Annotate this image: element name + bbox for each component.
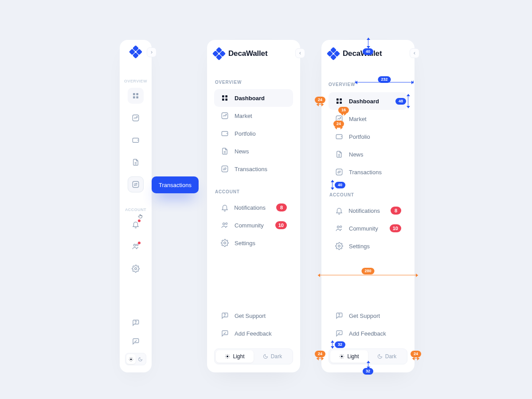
svg-rect-42 — [336, 102, 339, 104]
nav-item-transactions[interactable]: Transactions — [214, 160, 293, 178]
spec-marker-footer-gap-top: 32 — [332, 340, 345, 348]
spec-marker-icon-pad: 24 — [333, 121, 344, 128]
nav-item-settings[interactable]: Settings — [329, 237, 407, 255]
svg-point-9 — [135, 268, 137, 270]
theme-light-option[interactable]: Light — [216, 350, 254, 363]
nav-label: Transactions — [349, 169, 382, 176]
svg-line-17 — [132, 360, 133, 361]
nav-item-feedback[interactable] — [128, 333, 144, 349]
transactions-icon — [220, 164, 229, 173]
svg-point-31 — [227, 356, 228, 357]
spec-marker-toggle-pad-right: 24 — [411, 351, 421, 359]
nav-item-news[interactable]: News — [214, 142, 293, 160]
transactions-icon — [335, 168, 344, 176]
dashboard-icon — [220, 94, 229, 102]
nav-label: News — [349, 151, 364, 158]
nav-item-dashboard[interactable]: Dashboard — [214, 89, 293, 107]
sun-icon — [129, 357, 133, 362]
nav-label: Add Feedback — [235, 330, 272, 337]
sidebar-expand-toggle[interactable] — [147, 47, 156, 57]
nav-item-community[interactable]: Community 10 — [214, 216, 293, 234]
nav-item-feedback[interactable]: Add Feedback — [214, 325, 293, 342]
nav-item-transactions[interactable]: Transactions — [329, 163, 407, 181]
sidebar-collapse-toggle[interactable] — [295, 48, 305, 58]
nav-item-support[interactable]: Get Support — [329, 307, 407, 325]
badge-notifications: 8 — [276, 203, 287, 211]
spec-marker-row-width: 232 — [355, 82, 414, 82]
nav-item-feedback[interactable]: Add Feedback — [329, 325, 407, 342]
svg-point-29 — [224, 242, 226, 244]
nav-item-community[interactable] — [128, 239, 144, 254]
svg-rect-22 — [222, 98, 224, 101]
svg-rect-46 — [336, 169, 342, 175]
news-icon — [335, 150, 344, 159]
theme-dark-option[interactable] — [136, 354, 145, 364]
spec-marker-top-gap: 40 — [363, 38, 373, 55]
svg-line-18 — [129, 360, 130, 361]
svg-point-47 — [337, 226, 340, 228]
nav-item-support[interactable] — [128, 315, 144, 331]
nav-item-dashboard[interactable] — [128, 88, 144, 104]
theme-toggle[interactable] — [125, 353, 146, 365]
nav-item-market[interactable]: Market — [214, 107, 293, 125]
nav-item-support[interactable]: Get Support — [214, 307, 293, 325]
chevron-right-icon — [149, 50, 154, 55]
bell-icon — [220, 203, 229, 212]
svg-rect-20 — [222, 95, 224, 98]
moon-icon — [138, 357, 143, 362]
moon-icon — [263, 354, 268, 359]
nav-item-news[interactable] — [128, 154, 144, 170]
nav-label: Community — [235, 222, 264, 229]
chevron-left-icon — [298, 51, 302, 55]
theme-dark-option[interactable]: Dark — [254, 350, 291, 363]
brand-logo — [214, 49, 224, 59]
nav-item-news[interactable]: News — [329, 145, 407, 163]
nav-item-portfolio[interactable]: Portfolio — [214, 125, 293, 142]
section-title-overview: OVERVIEW — [329, 82, 355, 87]
spec-marker-icon-gap: 16 — [338, 107, 349, 114]
portfolio-icon — [131, 136, 140, 145]
svg-line-37 — [229, 358, 229, 358]
badge-notifications: 8 — [391, 207, 401, 215]
theme-dark-option[interactable]: Dark — [368, 350, 406, 363]
svg-point-8 — [137, 244, 138, 246]
nav-item-market[interactable] — [128, 110, 144, 126]
nav-item-community[interactable]: Community 10 — [329, 219, 407, 237]
nav-item-notifications[interactable]: Notifications 8 — [329, 202, 407, 219]
sidebar-collapse-toggle[interactable] — [410, 48, 419, 58]
sidebar-collapsed: OVERVIEW Transactions — [120, 40, 152, 372]
sidebar-expanded: DecaWallet OVERVIEW Dashboard Market Por… — [207, 40, 300, 372]
theme-toggle[interactable]: Light Dark — [214, 348, 293, 364]
section-title-account: ACCOUNT — [125, 207, 146, 212]
svg-point-50 — [339, 316, 339, 317]
sun-icon — [225, 354, 230, 359]
svg-rect-41 — [340, 98, 342, 101]
section-title-account: ACCOUNT — [215, 189, 293, 194]
feedback-icon — [220, 329, 229, 338]
nav-item-portfolio[interactable] — [128, 132, 144, 148]
nav-label: Settings — [235, 240, 255, 246]
nav-item-market[interactable]: Market 16 24 — [329, 110, 407, 128]
svg-point-7 — [134, 244, 136, 246]
notification-dot — [138, 242, 141, 244]
spec-marker-panel-width: 280 — [318, 275, 418, 275]
badge-community: 10 — [390, 224, 401, 232]
svg-line-19 — [132, 358, 133, 358]
nav-item-notifications[interactable]: Notifications 8 — [214, 199, 293, 216]
bell-icon — [335, 206, 343, 215]
nav-item-settings[interactable] — [128, 261, 144, 277]
svg-point-30 — [224, 316, 225, 317]
nav-label: Settings — [349, 243, 370, 250]
nav-label: Portfolio — [349, 133, 370, 140]
nav-item-settings[interactable]: Settings — [214, 234, 293, 252]
nav-item-portfolio[interactable]: Portfolio — [329, 128, 407, 145]
feedback-icon — [335, 329, 344, 338]
nav-item-transactions[interactable]: Transactions — [128, 176, 144, 192]
brand-logo — [131, 47, 141, 57]
portfolio-icon — [335, 132, 344, 141]
gear-icon — [131, 264, 140, 273]
svg-rect-6 — [133, 181, 139, 188]
theme-light-option[interactable] — [126, 354, 136, 364]
svg-point-28 — [226, 223, 227, 224]
svg-line-39 — [229, 355, 229, 355]
